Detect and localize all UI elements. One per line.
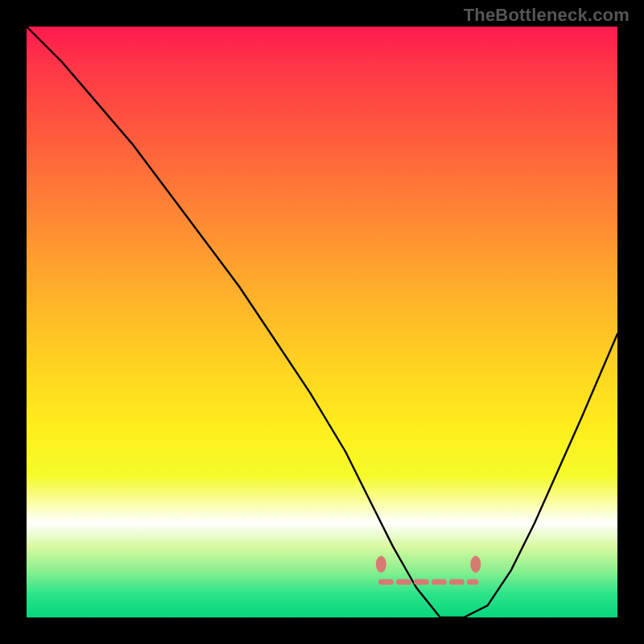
chart-svg: [27, 27, 617, 617]
attribution-text: TheBottleneck.com: [464, 5, 630, 26]
optimal-right-marker: [471, 556, 481, 572]
bottleneck-curve: [27, 27, 617, 617]
chart-plot-area: [27, 27, 617, 617]
optimal-left-marker: [376, 556, 386, 572]
